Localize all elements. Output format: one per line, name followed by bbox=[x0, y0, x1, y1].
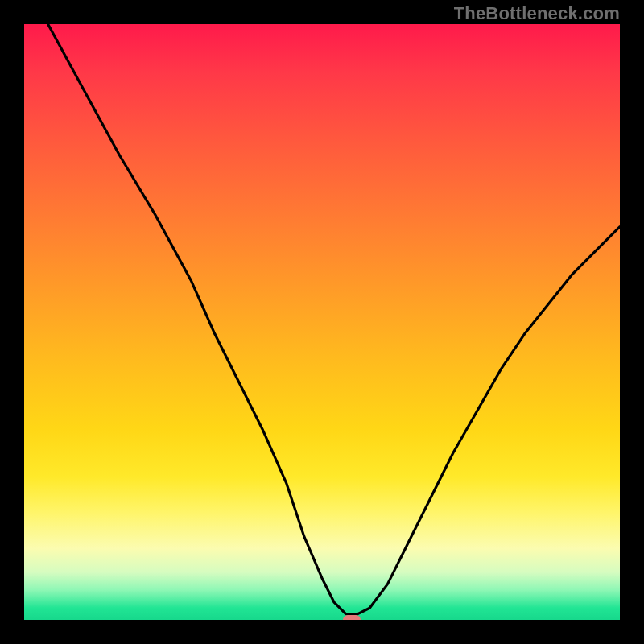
bottleneck-curve bbox=[24, 24, 620, 620]
optimal-marker bbox=[343, 615, 361, 620]
chart-frame: TheBottleneck.com bbox=[0, 0, 644, 644]
watermark-text: TheBottleneck.com bbox=[454, 3, 620, 24]
curve-path bbox=[48, 24, 620, 614]
plot-area bbox=[24, 24, 620, 620]
